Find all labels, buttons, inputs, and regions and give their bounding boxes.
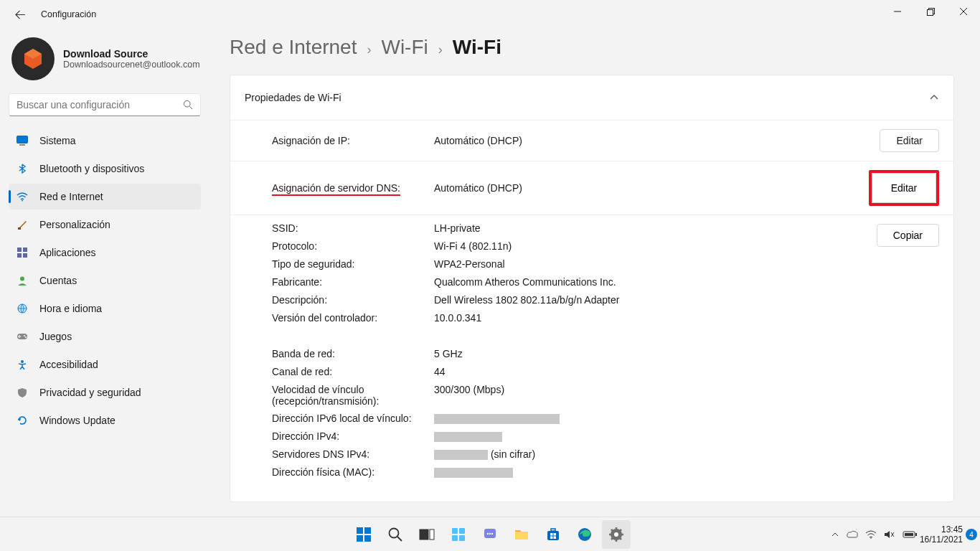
- svg-rect-11: [17, 248, 22, 252]
- ssid-value: LH-private: [434, 222, 939, 234]
- maximize-button[interactable]: [914, 0, 947, 23]
- widgets-button[interactable]: [444, 520, 473, 549]
- explorer-button[interactable]: [507, 520, 536, 549]
- search-box[interactable]: [9, 93, 201, 116]
- nav-item-system[interactable]: Sistema: [9, 128, 201, 154]
- svg-rect-60: [905, 533, 913, 536]
- ipv6-label: Dirección IPv6 local de vínculo:: [272, 413, 434, 424]
- nav-item-accounts[interactable]: Cuentas: [9, 268, 201, 293]
- svg-rect-7: [17, 136, 28, 143]
- profile-info: Download Source Downloadsourcenet@outloo…: [63, 48, 200, 70]
- copy-button[interactable]: Copiar: [877, 224, 939, 247]
- nav-label: Juegos: [39, 331, 72, 342]
- svg-rect-43: [554, 536, 557, 539]
- person-icon: [17, 275, 28, 286]
- edit-dns-button[interactable]: Editar: [872, 173, 936, 203]
- card-header[interactable]: Propiedades de Wi-Fi: [230, 75, 953, 120]
- nav-item-personalization[interactable]: Personalización: [9, 212, 201, 237]
- profile[interactable]: Download Source Downloadsourcenet@outloo…: [9, 37, 212, 80]
- band-label: Banda de red:: [272, 348, 434, 359]
- nav-label: Windows Update: [39, 415, 116, 426]
- svg-rect-8: [19, 144, 25, 146]
- volume-icon[interactable]: [884, 529, 895, 540]
- settings-button[interactable]: [602, 520, 631, 549]
- description-value: Dell Wireless 1802 802.11a/b/g/n Adapter: [434, 294, 939, 306]
- protocol-value: Wi-Fi 4 (802.11n): [434, 240, 939, 252]
- chat-button[interactable]: [476, 520, 504, 549]
- tray-time: 13:45: [920, 524, 963, 534]
- app-title: Configuración: [41, 9, 96, 19]
- accessibility-icon: [17, 359, 28, 370]
- svg-rect-42: [550, 536, 553, 539]
- onedrive-icon[interactable]: [847, 530, 858, 539]
- svg-rect-25: [364, 535, 371, 542]
- grid-icon: [17, 247, 28, 258]
- svg-rect-29: [430, 529, 434, 540]
- nav-label: Hora e idioma: [39, 303, 102, 314]
- ip-label: Asignación de IP:: [272, 135, 434, 146]
- svg-point-36: [489, 532, 491, 534]
- svg-point-46: [614, 532, 618, 537]
- wifi-details: Copiar SSID:LH-private Protocolo:Wi-Fi 4…: [230, 215, 953, 501]
- svg-rect-61: [915, 533, 917, 536]
- ipv6-value: [434, 413, 939, 424]
- wifi-tray-icon[interactable]: [865, 530, 877, 539]
- band-value: 5 GHz: [434, 348, 939, 359]
- nav-item-apps[interactable]: Aplicaciones: [9, 240, 201, 265]
- speed-value: 300/300 (Mbps): [434, 384, 939, 395]
- start-button[interactable]: [349, 520, 378, 549]
- nav-item-bluetooth[interactable]: Bluetooth y dispositivos: [9, 156, 201, 182]
- nav-item-update[interactable]: Windows Update: [9, 408, 201, 433]
- nav-item-network[interactable]: Red e Internet: [9, 184, 201, 209]
- svg-line-6: [189, 106, 192, 109]
- nav-item-gaming[interactable]: Juegos: [9, 324, 201, 349]
- edit-ip-button[interactable]: Editar: [880, 129, 939, 152]
- channel-label: Canal de red:: [272, 366, 434, 377]
- breadcrumb-wifi[interactable]: Wi-Fi: [381, 36, 428, 59]
- wifi-icon: [17, 191, 28, 202]
- svg-rect-38: [547, 531, 559, 540]
- breadcrumb: Red e Internet › Wi-Fi › Wi-Fi: [230, 36, 954, 59]
- gamepad-icon: [17, 331, 28, 342]
- tray-clock[interactable]: 13:45 16/11/2021: [920, 524, 963, 545]
- minimize-button[interactable]: [881, 0, 914, 23]
- notification-badge[interactable]: 4: [966, 529, 977, 540]
- description-label: Descripción:: [272, 294, 434, 306]
- close-button[interactable]: [947, 0, 980, 23]
- battery-icon[interactable]: [903, 530, 917, 539]
- ipv4-value: [434, 430, 939, 442]
- system-icon: [17, 135, 28, 146]
- nav-item-privacy[interactable]: Privacidad y seguridad: [9, 380, 201, 405]
- svg-marker-56: [885, 531, 890, 538]
- store-button[interactable]: [539, 520, 567, 549]
- nav-item-accessibility[interactable]: Accesibilidad: [9, 352, 201, 377]
- svg-rect-23: [364, 527, 371, 534]
- svg-rect-28: [420, 529, 428, 540]
- svg-line-51: [611, 529, 613, 531]
- svg-rect-39: [551, 529, 555, 531]
- nav-label: Personalización: [39, 219, 110, 230]
- channel-value: 44: [434, 366, 939, 377]
- chevron-right-icon: ›: [438, 42, 443, 57]
- taskbar: 13:45 16/11/2021 4: [0, 517, 980, 551]
- back-button[interactable]: [9, 4, 31, 25]
- edge-button[interactable]: [570, 520, 599, 549]
- search-input[interactable]: [17, 99, 183, 110]
- svg-point-26: [390, 528, 399, 537]
- nav-item-time[interactable]: Hora e idioma: [9, 296, 201, 321]
- chevron-up-icon[interactable]: [831, 530, 839, 539]
- tray-icons[interactable]: [831, 529, 917, 540]
- window-controls: [881, 0, 980, 23]
- svg-point-15: [20, 277, 24, 281]
- taskview-button[interactable]: [413, 520, 441, 549]
- breadcrumb-network[interactable]: Red e Internet: [230, 36, 357, 59]
- breadcrumb-current: Wi-Fi: [453, 36, 501, 59]
- svg-line-52: [620, 538, 621, 540]
- manufacturer-label: Fabricante:: [272, 276, 434, 288]
- nav-label: Aplicaciones: [39, 247, 96, 258]
- svg-rect-22: [357, 527, 363, 534]
- nav-label: Cuentas: [39, 275, 77, 286]
- task-center: [349, 517, 631, 551]
- wifi-properties-card: Propiedades de Wi-Fi Asignación de IP: A…: [230, 75, 954, 502]
- search-button[interactable]: [381, 520, 410, 549]
